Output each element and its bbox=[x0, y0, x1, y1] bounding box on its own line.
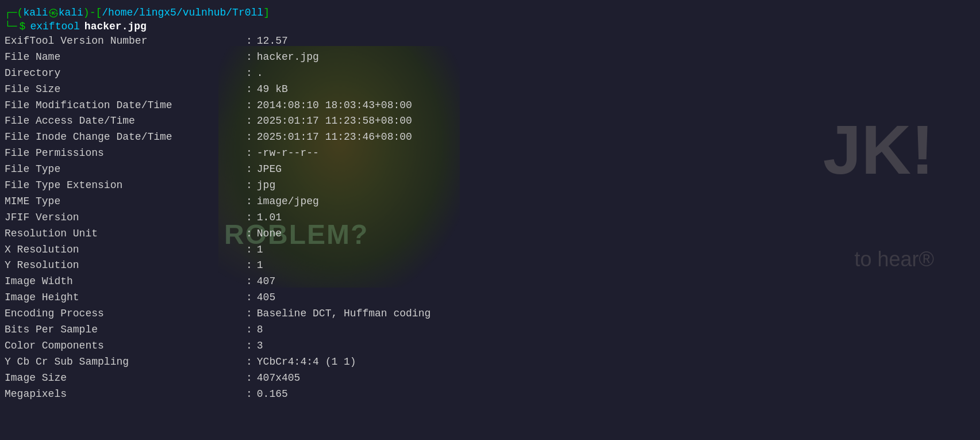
exif-row: MIME Type: image/jpeg bbox=[5, 194, 980, 210]
prompt-host: kali bbox=[59, 7, 83, 18]
field-name: Resolution Unit bbox=[5, 226, 246, 242]
field-colon: : bbox=[246, 210, 252, 226]
field-colon: : bbox=[246, 33, 252, 49]
field-value: 3 bbox=[257, 338, 263, 354]
field-value: Baseline DCT, Huffman coding bbox=[257, 306, 431, 322]
field-name: File Inode Change Date/Time bbox=[5, 129, 246, 146]
field-value: 1 bbox=[257, 242, 263, 258]
field-colon: : bbox=[246, 113, 252, 129]
prompt-path-bracket-left: [ bbox=[95, 7, 102, 18]
field-colon: : bbox=[246, 82, 252, 98]
field-value: 405 bbox=[257, 290, 275, 306]
exif-row: Color Components: 3 bbox=[5, 338, 980, 354]
exif-row: Y Resolution: 1 bbox=[5, 258, 980, 274]
exif-row: Y Cb Cr Sub Sampling: YCbCr4:4:4 (1 1) bbox=[5, 354, 980, 370]
field-value: 12.57 bbox=[257, 33, 288, 49]
exif-row: Bits Per Sample: 8 bbox=[5, 322, 980, 338]
exif-row: File Modification Date/Time: 2014:08:10 … bbox=[5, 98, 980, 114]
field-value: image/jpeg bbox=[257, 194, 319, 210]
field-name: Image Size bbox=[5, 370, 246, 387]
field-name: Color Components bbox=[5, 338, 246, 354]
field-name: Directory bbox=[5, 66, 246, 82]
field-value: -rw-r--r-- bbox=[257, 146, 319, 162]
field-name: ExifTool Version Number bbox=[5, 33, 246, 49]
prompt-arrow: └─ bbox=[5, 21, 17, 32]
field-colon: : bbox=[246, 387, 252, 403]
field-value: hacker.jpg bbox=[257, 49, 319, 66]
field-name: Y Cb Cr Sub Sampling bbox=[5, 354, 246, 370]
field-name: File Permissions bbox=[5, 146, 246, 162]
field-colon: : bbox=[246, 49, 252, 66]
field-colon: : bbox=[246, 306, 252, 322]
field-name: File Type bbox=[5, 162, 246, 178]
field-value: 49 kB bbox=[257, 82, 288, 98]
field-colon: : bbox=[246, 129, 252, 146]
field-value: 2025:01:17 11:23:46+08:00 bbox=[257, 129, 412, 146]
exif-row: File Inode Change Date/Time: 2025:01:17 … bbox=[5, 129, 980, 146]
field-name: Y Resolution bbox=[5, 258, 246, 274]
field-name: File Type Extension bbox=[5, 178, 246, 194]
field-colon: : bbox=[246, 66, 252, 82]
exif-data-container: ExifTool Version Number: 12.57File Name:… bbox=[5, 33, 980, 402]
field-value: 8 bbox=[257, 322, 263, 338]
field-colon: : bbox=[246, 194, 252, 210]
prompt-path-line: ┌─( kali ㉿ kali ) - [ /home/lingx5/vulnh… bbox=[5, 6, 980, 20]
field-value: JPEG bbox=[257, 162, 282, 178]
field-value: 2014:08:10 18:03:43+08:00 bbox=[257, 98, 412, 114]
prompt-at: ㉿ bbox=[48, 6, 59, 20]
field-colon: : bbox=[246, 370, 252, 387]
field-colon: : bbox=[246, 242, 252, 258]
prompt-dash: - bbox=[90, 7, 96, 18]
field-colon: : bbox=[246, 98, 252, 114]
field-value: 407 bbox=[257, 274, 275, 290]
prompt-arg-text: hacker.jpg bbox=[84, 21, 147, 32]
terminal-window: ROBLEM? JK! to hear® ┌─( kali ㉿ kali ) -… bbox=[0, 0, 980, 440]
field-colon: : bbox=[246, 258, 252, 274]
exif-row: Directory: . bbox=[5, 66, 980, 82]
exif-row: Resolution Unit: None bbox=[5, 226, 980, 242]
exif-row: File Access Date/Time: 2025:01:17 11:23:… bbox=[5, 113, 980, 129]
field-name: Encoding Process bbox=[5, 306, 246, 322]
exif-row: File Type: JPEG bbox=[5, 162, 980, 178]
prompt-bracket-left: ┌─( bbox=[5, 7, 23, 18]
field-name: JFIF Version bbox=[5, 210, 246, 226]
exif-row: File Permissions: -rw-r--r-- bbox=[5, 146, 980, 162]
field-colon: : bbox=[246, 290, 252, 306]
field-colon: : bbox=[246, 178, 252, 194]
field-value: 407x405 bbox=[257, 370, 301, 387]
field-colon: : bbox=[246, 162, 252, 178]
field-name: File Size bbox=[5, 82, 246, 98]
exif-row: File Type Extension: jpg bbox=[5, 178, 980, 194]
exif-row: File Size: 49 kB bbox=[5, 82, 980, 98]
prompt-bracket-right: ) bbox=[83, 7, 90, 18]
field-colon: : bbox=[246, 338, 252, 354]
exif-row: ExifTool Version Number: 12.57 bbox=[5, 33, 980, 49]
field-value: None bbox=[257, 226, 282, 242]
field-name: X Resolution bbox=[5, 242, 246, 258]
field-value: . bbox=[257, 66, 263, 82]
field-value: 0.165 bbox=[257, 387, 288, 403]
field-colon: : bbox=[246, 354, 252, 370]
prompt-user: kali bbox=[23, 7, 48, 18]
exif-row: File Name: hacker.jpg bbox=[5, 49, 980, 66]
field-name: Megapixels bbox=[5, 387, 246, 403]
field-name: Bits Per Sample bbox=[5, 322, 246, 338]
field-value: YCbCr4:4:4 (1 1) bbox=[257, 354, 356, 370]
terminal-content: ┌─( kali ㉿ kali ) - [ /home/lingx5/vulnh… bbox=[5, 6, 980, 402]
exif-row: Image Width: 407 bbox=[5, 274, 980, 290]
prompt-command-line: └─ $ exiftool hacker.jpg bbox=[5, 21, 980, 32]
field-name: Image Height bbox=[5, 290, 246, 306]
field-name: File Name bbox=[5, 49, 246, 66]
field-colon: : bbox=[246, 146, 252, 162]
exif-row: Encoding Process: Baseline DCT, Huffman … bbox=[5, 306, 980, 322]
exif-row: X Resolution: 1 bbox=[5, 242, 980, 258]
field-colon: : bbox=[246, 274, 252, 290]
field-name: MIME Type bbox=[5, 194, 246, 210]
exif-row: Megapixels: 0.165 bbox=[5, 387, 980, 403]
field-name: File Modification Date/Time bbox=[5, 98, 246, 114]
field-name: Image Width bbox=[5, 274, 246, 290]
field-name: File Access Date/Time bbox=[5, 113, 246, 129]
field-value: 1 bbox=[257, 258, 263, 274]
field-value: jpg bbox=[257, 178, 275, 194]
field-colon: : bbox=[246, 322, 252, 338]
